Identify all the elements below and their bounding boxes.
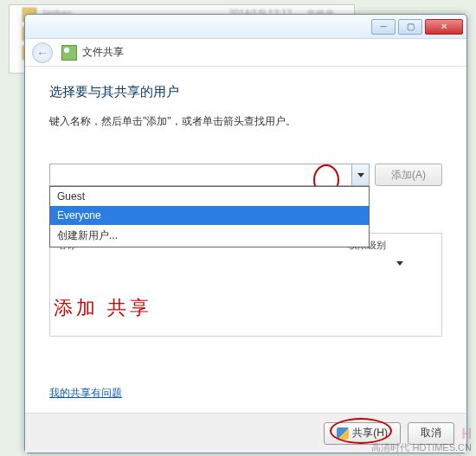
- close-button[interactable]: ✕: [425, 19, 463, 35]
- dropdown-item-everyone[interactable]: Everyone: [50, 206, 369, 225]
- watermark-logo: H: [461, 427, 472, 441]
- help-link[interactable]: 我的共享有问题: [49, 386, 122, 401]
- watermark-line1: 高清时代: [371, 442, 409, 453]
- watermark-line2: HDTIMES.CN: [413, 442, 472, 453]
- dropdown-toggle[interactable]: [351, 164, 369, 185]
- dropdown-item-newuser[interactable]: 创建新用户...: [50, 225, 369, 247]
- permission-level-selector[interactable]: [54, 255, 438, 269]
- titlebar: ─ ▢ ✕: [25, 15, 466, 39]
- permission-panel: 名称 权限级别 添加 共享: [49, 233, 442, 337]
- user-input[interactable]: [50, 164, 351, 185]
- maximize-button[interactable]: ▢: [398, 19, 422, 35]
- nav-bar: ← 文件共享: [25, 39, 466, 67]
- chevron-down-icon: [396, 261, 403, 266]
- back-button[interactable]: ←: [32, 42, 53, 63]
- file-sharing-dialog: ─ ▢ ✕ ← 文件共享 选择要与其共享的用户 键入名称，然后单击"添加"，或者…: [24, 14, 467, 453]
- minimize-button[interactable]: ─: [371, 19, 396, 35]
- nav-title: 文件共享: [82, 45, 124, 60]
- dropdown-item-guest[interactable]: Guest: [50, 187, 369, 206]
- watermark: H 高清时代 HDTIMES.CN: [371, 426, 472, 453]
- content-area: 选择要与其共享的用户 键入名称，然后单击"添加"，或者单击箭头查找用户。 添加(…: [25, 67, 466, 413]
- instruction-text: 键入名称，然后单击"添加"，或者单击箭头查找用户。: [49, 114, 442, 129]
- chevron-down-icon: [357, 173, 364, 177]
- user-combobox[interactable]: [49, 164, 370, 186]
- add-button[interactable]: 添加(A): [375, 164, 442, 186]
- user-select-row: 添加(A) Guest Everyone 创建新用户...: [49, 164, 442, 186]
- page-heading: 选择要与其共享的用户: [49, 84, 442, 100]
- share-icon: [61, 45, 77, 61]
- user-dropdown-list: Guest Everyone 创建新用户...: [49, 186, 370, 247]
- annotation-text: 添加 共享: [54, 295, 438, 321]
- shield-icon: [337, 427, 349, 440]
